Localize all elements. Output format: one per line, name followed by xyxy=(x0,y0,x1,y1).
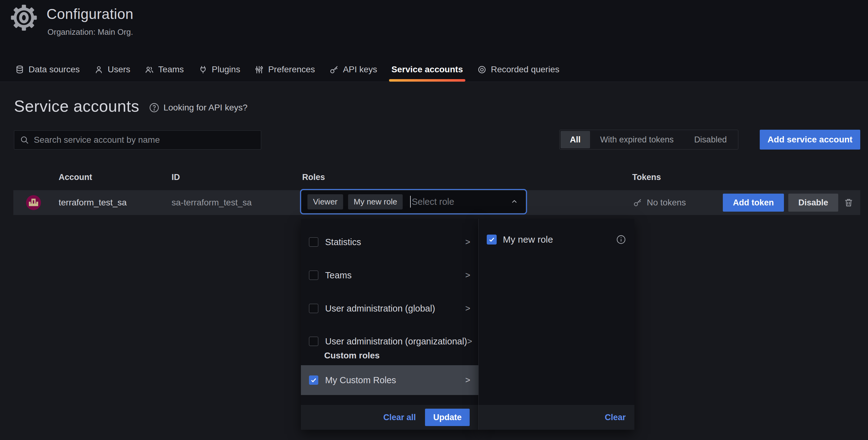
tab-label: Plugins xyxy=(212,64,241,75)
tab-label: Data sources xyxy=(29,64,80,75)
search-placeholder: Search service account by name xyxy=(34,135,160,145)
menu-item-label: My Custom Roles xyxy=(325,375,396,385)
tab-plugins[interactable]: Plugins xyxy=(198,57,241,82)
record-icon xyxy=(477,65,487,75)
role-group-my-custom-roles[interactable]: My Custom Roles > xyxy=(301,365,478,395)
role-chip-viewer[interactable]: Viewer xyxy=(307,194,343,209)
column-header-roles: Roles xyxy=(302,173,325,182)
tab-users[interactable]: Users xyxy=(94,57,130,82)
tab-service-accounts[interactable]: Service accounts xyxy=(392,57,463,82)
account-name-link[interactable]: terraform_test_sa xyxy=(59,190,127,215)
role-picker-submenu: My new role Clear xyxy=(478,219,634,430)
role-chip-my-new-role[interactable]: My new role xyxy=(348,194,403,209)
delete-icon[interactable] xyxy=(843,197,854,208)
tokens-count: No tokens xyxy=(647,190,686,215)
users-icon xyxy=(145,65,154,75)
chevron-right-icon: > xyxy=(465,270,470,280)
menu-item-label: User administration (global) xyxy=(325,303,435,314)
menu-item-label: Statistics xyxy=(325,237,361,247)
chevron-up-icon[interactable] xyxy=(510,198,518,206)
menu-item-label: Teams xyxy=(325,270,351,281)
page-title: Service accounts xyxy=(14,97,139,115)
help-link-label: Looking for API keys? xyxy=(163,103,248,113)
database-icon xyxy=(15,65,25,75)
tab-label: Recorded queries xyxy=(491,64,559,75)
role-picker-submenu-footer: Clear xyxy=(479,405,634,430)
tab-teams[interactable]: Teams xyxy=(145,57,184,82)
role-group-teams[interactable]: Teams > xyxy=(301,265,478,285)
tab-label: Users xyxy=(107,64,130,75)
role-picker-menu-footer: Clear all Update xyxy=(301,405,478,430)
info-icon[interactable] xyxy=(616,234,626,245)
checkbox-user-admin-global[interactable] xyxy=(309,304,318,313)
update-button[interactable]: Update xyxy=(425,409,470,426)
search-icon xyxy=(20,135,29,145)
checkbox-user-admin-org[interactable] xyxy=(309,337,318,346)
disable-button[interactable]: Disable xyxy=(788,194,838,212)
clear-button[interactable]: Clear xyxy=(604,413,626,422)
account-id: sa-terraform_test_sa xyxy=(172,190,252,215)
chevron-right-icon: > xyxy=(465,237,470,247)
checkbox-my-new-role-checked[interactable] xyxy=(487,235,497,244)
chevron-right-icon: > xyxy=(467,336,472,346)
filter-with-expired-tokens[interactable]: With expired tokens xyxy=(590,131,684,148)
state-filter-group: All With expired tokens Disabled xyxy=(559,130,738,150)
filter-all[interactable]: All xyxy=(561,131,590,148)
api-keys-help-link[interactable]: Looking for API keys? xyxy=(149,102,248,113)
sliders-icon xyxy=(254,65,264,75)
role-picker-input[interactable]: Viewer My new role Select role xyxy=(301,190,526,213)
tab-preferences[interactable]: Preferences xyxy=(254,57,315,82)
text-cursor xyxy=(410,196,411,208)
checkbox-my-custom-roles-checked[interactable] xyxy=(309,376,318,385)
page-header: Configuration Organization: Main Org. Da… xyxy=(0,0,868,82)
role-option-label: My new role xyxy=(503,234,553,245)
role-group-user-admin-org[interactable]: User administration (organizational) > xyxy=(301,331,478,351)
column-header-account: Account xyxy=(59,173,92,182)
tab-data-sources[interactable]: Data sources xyxy=(15,57,80,82)
column-header-id: ID xyxy=(172,173,180,182)
role-picker-menu: Statistics > Teams > User administration… xyxy=(301,219,478,430)
gear-icon xyxy=(10,4,37,31)
page-header-subtitle: Organization: Main Org. xyxy=(48,27,133,37)
filter-disabled[interactable]: Disabled xyxy=(684,131,737,148)
checkbox-statistics[interactable] xyxy=(309,237,318,247)
tab-label: API keys xyxy=(343,64,377,75)
grafana-configuration-page: Configuration Organization: Main Org. Da… xyxy=(0,0,868,440)
tab-recorded-queries[interactable]: Recorded queries xyxy=(477,57,559,82)
user-icon xyxy=(94,65,103,75)
chevron-right-icon: > xyxy=(465,303,470,314)
menu-item-label: User administration (organizational) xyxy=(325,336,467,347)
add-token-button[interactable]: Add token xyxy=(723,194,784,212)
add-service-account-button[interactable]: Add service account xyxy=(760,130,860,150)
plug-icon xyxy=(198,65,208,75)
role-group-statistics[interactable]: Statistics > xyxy=(301,232,478,252)
role-group-user-admin-global[interactable]: User administration (global) > xyxy=(301,298,478,318)
tab-label: Preferences xyxy=(268,64,315,75)
role-option-my-new-role[interactable]: My new role xyxy=(479,230,634,250)
active-tab-underline xyxy=(389,79,465,82)
tab-label: Service accounts xyxy=(392,64,463,75)
chevron-right-icon: > xyxy=(465,375,470,385)
question-circle-icon xyxy=(149,102,160,113)
key-icon xyxy=(329,65,339,75)
column-header-tokens: Tokens xyxy=(632,173,661,182)
tab-label: Teams xyxy=(158,64,184,75)
clear-all-button[interactable]: Clear all xyxy=(383,413,416,422)
tab-api-keys[interactable]: API keys xyxy=(329,57,377,82)
checkbox-teams[interactable] xyxy=(309,271,318,280)
tab-bar: Data sources Users xyxy=(15,57,559,82)
custom-roles-group-label: Custom roles xyxy=(324,351,380,360)
page-header-title: Configuration xyxy=(46,6,133,22)
page-heading: Service accounts Looking for API keys? xyxy=(14,97,248,115)
role-select-placeholder: Select role xyxy=(412,197,454,207)
key-icon xyxy=(633,198,642,207)
search-input[interactable]: Search service account by name xyxy=(14,130,261,150)
avatar xyxy=(26,195,41,210)
